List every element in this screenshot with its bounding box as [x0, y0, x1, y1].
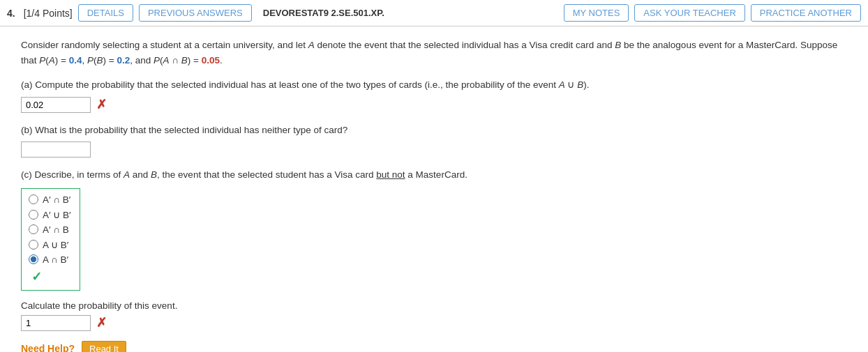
- part-c-correct-icon: ✓: [31, 270, 42, 284]
- radio-opt2-label: A′ ∪ B′: [43, 209, 71, 220]
- calculate-input[interactable]: [21, 315, 91, 331]
- calculate-input-row: ✗: [21, 315, 854, 331]
- radio-opt3-label: A′ ∩ B: [43, 224, 69, 235]
- need-help-label: Need Help?: [21, 343, 75, 352]
- part-a-wrong-icon: ✗: [96, 97, 107, 112]
- radio-option-4: A ∪ B′: [29, 239, 71, 250]
- radio-opt4[interactable]: [29, 240, 38, 250]
- intro-text: Consider randomly selecting a student at…: [21, 38, 854, 68]
- my-notes-button[interactable]: MY NOTES: [564, 4, 629, 22]
- read-it-button[interactable]: Read It: [82, 341, 126, 352]
- points-label: [1/4 Points]: [24, 8, 73, 19]
- radio-opt2[interactable]: [29, 210, 38, 220]
- radio-option-1: A′ ∩ B′: [29, 194, 71, 205]
- radio-option-3: A′ ∩ B: [29, 224, 71, 235]
- calculate-wrong-icon: ✗: [96, 315, 107, 330]
- question-number: 4.: [7, 8, 15, 19]
- radio-opt3[interactable]: [29, 224, 38, 234]
- need-help-row: Need Help? Read It: [21, 341, 854, 352]
- part-b-label: (b) What is the probability that the sel…: [21, 123, 854, 138]
- practice-another-button[interactable]: PRACTICE ANOTHER: [751, 4, 861, 22]
- part-c-check-row: ✓: [29, 269, 71, 284]
- calculate-label: Calculate the probability of this event.: [21, 300, 854, 311]
- header-right-buttons: MY NOTES ASK YOUR TEACHER PRACTICE ANOTH…: [564, 4, 861, 22]
- part-c-label: (c) Describe, in terms of A and B, the e…: [21, 167, 854, 183]
- radio-option-5: A ∩ B′: [29, 254, 71, 265]
- content-area: Consider randomly selecting a student at…: [0, 26, 868, 352]
- part-a-input-row: ✗: [21, 97, 854, 113]
- radio-opt4-label: A ∪ B′: [43, 239, 68, 250]
- radio-opt5-label: A ∩ B′: [43, 254, 68, 265]
- part-b-input[interactable]: [21, 141, 91, 158]
- radio-opt1-label: A′ ∩ B′: [43, 194, 70, 205]
- previous-answers-button[interactable]: PREVIOUS ANSWERS: [139, 4, 252, 22]
- problem-id: DEVORESTAT9 2.SE.501.XP.: [263, 8, 384, 18]
- radio-opt5[interactable]: [29, 254, 38, 264]
- part-c-radio-group: A′ ∩ B′ A′ ∪ B′ A′ ∩ B A ∪ B′ A ∩ B′ ✓: [21, 188, 80, 291]
- radio-opt1[interactable]: [29, 194, 38, 204]
- part-a-label: (a) Compute the probability that the sel…: [21, 77, 854, 93]
- part-a-input[interactable]: [21, 97, 91, 113]
- part-b-input-row: [21, 141, 854, 158]
- details-button[interactable]: DETAILS: [78, 4, 133, 22]
- header-bar: 4. [1/4 Points] DETAILS PREVIOUS ANSWERS…: [0, 0, 868, 26]
- ask-teacher-button[interactable]: ASK YOUR TEACHER: [634, 4, 744, 22]
- radio-option-2: A′ ∪ B′: [29, 209, 71, 220]
